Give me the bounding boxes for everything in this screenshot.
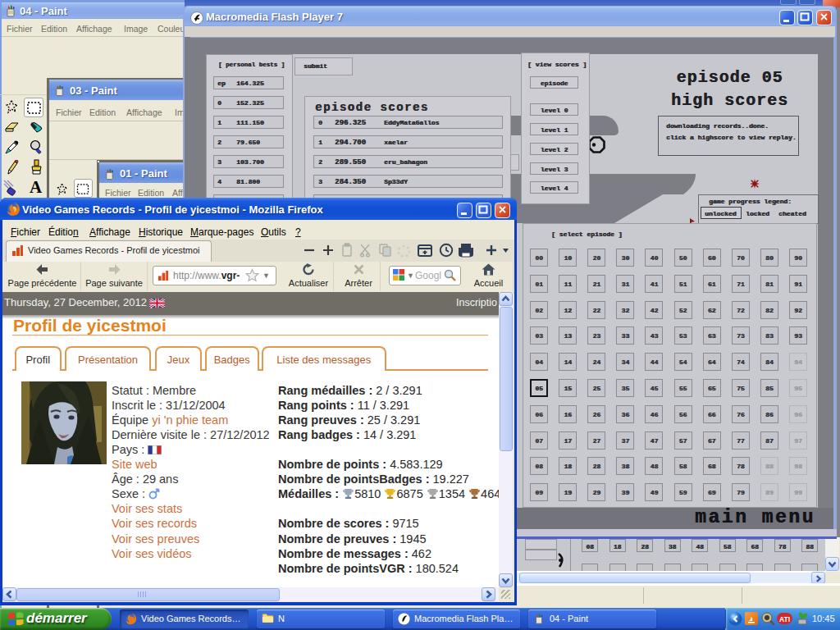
svg-text:ATI: ATI: [779, 615, 790, 623]
